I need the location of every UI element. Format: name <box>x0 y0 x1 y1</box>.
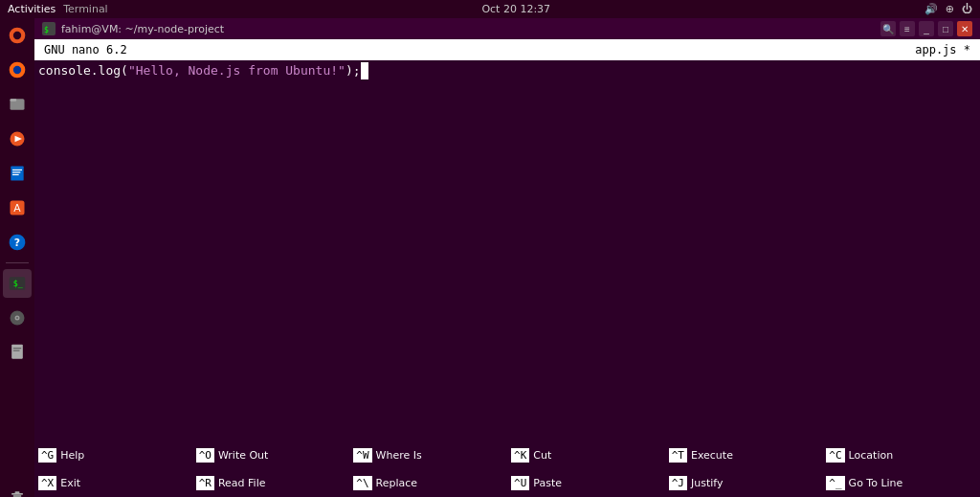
shortcut-key-x: ^X <box>38 476 56 490</box>
shortcut-row-2: ^X Exit ^R Read File ^\ Replace ^U Paste <box>34 469 980 497</box>
appstore-icon[interactable]: A <box>3 193 32 222</box>
shortcut-key-j: ^J <box>669 476 687 490</box>
main-content: $ fahim@VM: ~/my-node-project 🔍 ≡ _ □ ✕ <box>34 0 980 497</box>
shortcut-label-readfile: Read File <box>218 477 266 489</box>
help-icon[interactable]: ? <box>3 228 32 257</box>
svg-rect-23 <box>13 350 20 351</box>
window-title-bar: $ fahim@VM: ~/my-node-project 🔍 ≡ _ □ ✕ <box>34 18 980 39</box>
app-name-label: Terminal <box>63 3 108 15</box>
svg-rect-11 <box>12 174 19 175</box>
svg-rect-21 <box>11 345 23 359</box>
shortcut-help: ^G Help <box>34 448 192 463</box>
shortcut-label-help: Help <box>60 449 84 462</box>
svg-point-3 <box>13 66 21 74</box>
volume-icon: 🔊 <box>924 3 938 15</box>
svg-rect-9 <box>12 169 22 170</box>
shortcut-key-underscore: ^_ <box>826 476 844 490</box>
svg-text:$: $ <box>44 26 49 34</box>
editor-content[interactable]: console.log("Hello, Node.js from Ubuntu!… <box>34 60 980 441</box>
shortcut-exit: ^X Exit <box>34 476 192 490</box>
svg-rect-5 <box>11 99 17 102</box>
shortcut-label-execute: Execute <box>691 449 733 462</box>
ubuntu-icon[interactable] <box>3 21 32 50</box>
nano-filename-label: app.js * <box>915 43 970 56</box>
svg-point-1 <box>13 32 21 39</box>
shortcut-key-o: ^O <box>196 448 214 463</box>
window-title-label: fahim@VM: ~/my-node-project <box>61 23 224 35</box>
title-bar-left: $ fahim@VM: ~/my-node-project <box>42 22 224 35</box>
sidebar: A ? $_ <box>0 18 34 497</box>
terminal-icon[interactable]: $_ <box>3 269 32 298</box>
shortcut-location: ^C Location <box>822 448 980 463</box>
firefox-icon[interactable] <box>3 56 32 84</box>
shortcut-label-location: Location <box>849 449 894 462</box>
shortcut-label-justify: Justify <box>691 477 724 489</box>
svg-point-20 <box>16 317 18 319</box>
shortcut-label-paste: Paste <box>533 477 562 489</box>
svg-rect-25 <box>11 493 23 495</box>
shortcut-key-backslash: ^\ <box>353 476 371 490</box>
top-bar-left: Activities Terminal <box>8 3 108 15</box>
window-controls: 🔍 ≡ _ □ ✕ <box>880 21 972 36</box>
nano-version-label: GNU nano 6.2 <box>44 43 127 56</box>
nano-shortcuts: ^G Help ^O Write Out ^W Where Is ^K Cut <box>34 441 980 497</box>
shortcut-key-r: ^R <box>196 476 214 490</box>
shortcut-label-gotoline: Go To Line <box>849 477 903 489</box>
maximize-button[interactable]: □ <box>938 21 953 36</box>
minimize-button[interactable]: _ <box>919 21 934 36</box>
files-icon[interactable] <box>3 90 32 119</box>
shortcut-replace: ^\ Replace <box>349 476 507 490</box>
shortcut-whereis: ^W Where Is <box>349 448 507 463</box>
optical-icon[interactable] <box>3 304 32 332</box>
shortcut-label-exit: Exit <box>60 477 80 489</box>
svg-text:?: ? <box>14 237 20 249</box>
shortcut-label-writeout: Write Out <box>218 449 268 462</box>
shortcut-gotoline: ^_ Go To Line <box>822 476 980 490</box>
svg-rect-26 <box>15 491 20 493</box>
power-icon: ⏻ <box>962 3 972 15</box>
rhythmbox-icon[interactable] <box>3 124 32 153</box>
shortcut-justify: ^J Justify <box>665 476 823 490</box>
shortcut-cut: ^K Cut <box>507 448 665 463</box>
terminal-title-icon: $ <box>42 22 56 35</box>
network-icon: ⊕ <box>946 3 954 15</box>
trash-icon[interactable] <box>3 484 32 497</box>
writer-icon[interactable] <box>3 159 32 188</box>
shortcut-readfile: ^R Read File <box>192 476 350 490</box>
shortcut-label-replace: Replace <box>376 477 418 489</box>
activities-button[interactable]: Activities <box>8 3 56 15</box>
close-button[interactable]: ✕ <box>957 21 972 36</box>
shortcut-key-u: ^U <box>511 476 529 490</box>
svg-rect-10 <box>12 171 20 172</box>
shortcut-key-w: ^W <box>353 448 371 463</box>
shortcut-execute: ^T Execute <box>665 448 823 463</box>
svg-rect-22 <box>13 348 21 349</box>
shortcut-key-k: ^K <box>511 448 529 463</box>
svg-rect-8 <box>11 167 23 181</box>
shortcut-key-t: ^T <box>669 448 687 463</box>
top-bar-right: 🔊 ⊕ ⏻ <box>924 3 972 15</box>
menu-button[interactable]: ≡ <box>900 21 915 36</box>
shortcut-label-whereis: Where Is <box>376 449 422 462</box>
shortcut-label-cut: Cut <box>533 449 551 462</box>
text-cursor <box>361 62 368 79</box>
svg-text:$_: $_ <box>13 279 24 288</box>
shortcut-writeout: ^O Write Out <box>192 448 350 463</box>
sidebar-divider <box>6 262 29 263</box>
svg-text:A: A <box>13 202 21 215</box>
shortcut-row-1: ^G Help ^O Write Out ^W Where Is ^K Cut <box>34 441 980 469</box>
nano-editor: GNU nano 6.2 app.js * console.log("Hello… <box>34 39 980 497</box>
shortcut-paste: ^U Paste <box>507 476 665 490</box>
shortcut-key-g: ^G <box>38 448 56 463</box>
top-bar: Activities Terminal Oct 20 12:37 🔊 ⊕ ⏻ <box>0 0 980 18</box>
search-button[interactable]: 🔍 <box>880 21 896 36</box>
shortcut-key-c: ^C <box>826 448 844 463</box>
document-icon[interactable] <box>3 338 32 367</box>
code-line-1: console.log("Hello, Node.js from Ubuntu!… <box>38 62 976 79</box>
top-bar-datetime: Oct 20 12:37 <box>481 3 550 15</box>
nano-header: GNU nano 6.2 app.js * <box>34 39 980 60</box>
